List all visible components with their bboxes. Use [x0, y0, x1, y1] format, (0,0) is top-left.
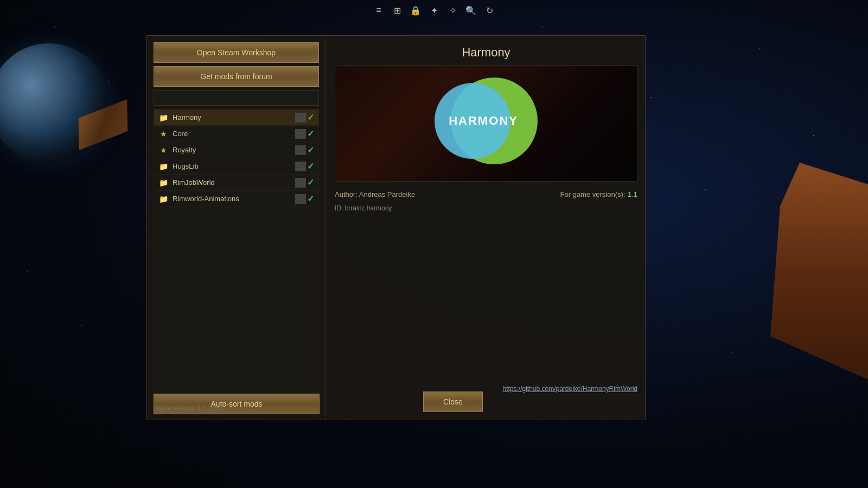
- game-version-label: For game version(s):: [560, 190, 626, 200]
- close-button[interactable]: Close: [423, 391, 483, 412]
- mod-name-label: Royalty: [173, 146, 295, 154]
- list-item[interactable]: 📁 Harmony ✓: [154, 110, 318, 126]
- mod-status: ✓: [295, 194, 314, 204]
- mod-status: ✓: [295, 145, 314, 155]
- mod-name-label: Harmony: [173, 113, 295, 121]
- harmony-svg: HARMONY: [410, 69, 562, 178]
- mod-name-label: Core: [173, 130, 295, 138]
- check-icon: ✓: [307, 112, 314, 123]
- svg-text:HARMONY: HARMONY: [449, 114, 518, 127]
- check-icon: ✓: [307, 145, 314, 155]
- mod-name-label: HugsLib: [173, 162, 295, 170]
- author-label: Author: Andreas Pardeike: [335, 190, 415, 202]
- mod-link[interactable]: https://github.com/pardeike/HarmonyRimWo…: [502, 385, 637, 393]
- harmony-logo: HARMONY: [335, 66, 637, 181]
- check-pattern: [295, 145, 306, 155]
- check-pattern: [295, 162, 306, 171]
- mod-status: ✓: [295, 129, 314, 139]
- list-item[interactable]: ★ Royalty ✓: [154, 142, 318, 158]
- get-mods-button[interactable]: Get mods from forum: [154, 66, 319, 87]
- list-icon[interactable]: ≡: [371, 4, 386, 16]
- mod-detail-title: Harmony: [335, 42, 637, 65]
- search-icon[interactable]: 🔍: [463, 4, 478, 16]
- mod-status: ✓: [295, 177, 314, 188]
- open-workshop-button[interactable]: Open Steam Workshop: [154, 42, 319, 63]
- settings-icon[interactable]: ✦: [426, 4, 442, 16]
- folder-icon: 📁: [158, 194, 168, 204]
- mod-id: ID: brrainz.harmony: [335, 204, 637, 212]
- mod-list: 📁 Harmony ✓ ★ Core ✓: [154, 109, 319, 413]
- check-pattern: [295, 129, 306, 139]
- save-icon[interactable]: 🔒: [408, 4, 423, 16]
- search-input[interactable]: [154, 90, 319, 106]
- game-version-footer: Game version: 1.1.2654: [154, 404, 223, 412]
- list-item[interactable]: ★ Core ✓: [154, 126, 318, 142]
- mod-name-label: Rimworld-Animations: [173, 195, 295, 203]
- mod-meta: Author: Andreas Pardeike For game versio…: [335, 188, 637, 214]
- check-icon: ✓: [307, 129, 314, 139]
- check-pattern: [295, 178, 306, 188]
- list-item[interactable]: 📁 Rimworld-Animations ✓: [154, 191, 318, 207]
- game-version-value: 1.1: [628, 190, 637, 200]
- game-version-row: For game version(s): 1.1: [560, 190, 637, 200]
- list-item[interactable]: 📁 RimJobWorld ✓: [154, 175, 318, 191]
- author-row: Author: Andreas Pardeike For game versio…: [335, 190, 637, 202]
- check-icon: ✓: [307, 194, 314, 204]
- toolbar: ≡ ⊞ 🔒 ✦ ✧ 🔍 ↻: [371, 4, 497, 16]
- check-pattern: [295, 113, 306, 123]
- bottom-bar: Auto-sort mods: [147, 388, 326, 420]
- check-icon: ✓: [307, 161, 314, 171]
- folder-icon: 📁: [158, 162, 168, 171]
- list-item[interactable]: 📁 HugsLib ✓: [154, 158, 318, 175]
- mods-dialog: Open Steam Workshop Get mods from forum …: [146, 35, 646, 420]
- folder-icon: 📁: [158, 113, 168, 123]
- mod-status: ✓: [295, 112, 314, 123]
- folder-icon: 📁: [158, 178, 168, 188]
- left-panel: Open Steam Workshop Get mods from forum …: [147, 36, 326, 420]
- mod-name-label: RimJobWorld: [173, 178, 295, 187]
- grid-icon[interactable]: ⊞: [390, 4, 405, 16]
- options-icon[interactable]: ✧: [445, 4, 460, 16]
- mod-preview-image: HARMONY: [335, 65, 637, 182]
- refresh-icon[interactable]: ↻: [482, 4, 497, 16]
- right-panel: Harmony HARMONY Author: Andreas Pardeike: [326, 36, 646, 420]
- mod-status: ✓: [295, 161, 314, 171]
- star-icon: ★: [158, 129, 168, 139]
- star-icon: ★: [158, 145, 168, 155]
- check-pattern: [295, 194, 306, 204]
- check-icon: ✓: [307, 177, 314, 188]
